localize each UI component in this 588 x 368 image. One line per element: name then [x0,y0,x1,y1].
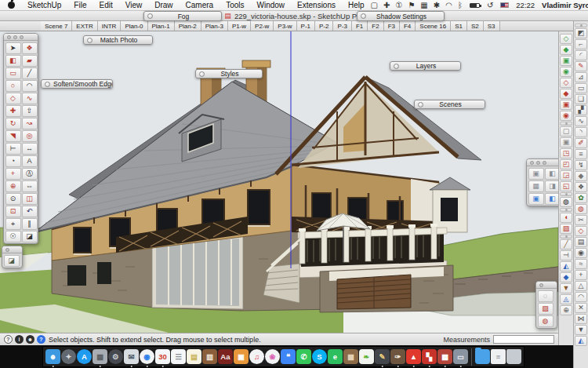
standard-views-palette[interactable]: ▣◧▦◨▣◧ [526,158,562,206]
section-plane-tool[interactable]: ◪ [22,231,38,242]
scene-tab[interactable]: S3 [484,21,500,31]
toolbar-icon[interactable]: ◆ [560,272,572,282]
polygon-tool[interactable]: ◇ [5,93,21,104]
dock-style-builder[interactable]: ▦ [437,349,452,364]
view-icon[interactable]: ▦ [528,180,544,192]
toolbar-icon[interactable]: ◍ [560,197,572,207]
text-tool[interactable]: A [22,155,38,167]
toolbar-icon[interactable]: ◳ [560,148,572,158]
scene-tab[interactable]: F4 [400,21,416,31]
toolbar-icon[interactable]: ◉ [575,248,587,258]
tool-icon[interactable]: ◍ [538,315,554,327]
toolbar-icon[interactable] [560,192,572,196]
bug-icon[interactable]: ✱ [434,2,440,9]
dock-app-store[interactable]: A [77,349,92,364]
collapse-button[interactable] [45,82,50,87]
menu-item[interactable]: Camera [180,1,220,9]
toolbar-icon[interactable]: ◇ [575,226,587,236]
menu-item[interactable]: Window [251,1,292,9]
match-photo-panel[interactable]: Match Photo [83,35,153,45]
scene-tab[interactable]: INTR [98,21,122,31]
position-camera-tool[interactable]: ⌖ [5,218,21,230]
document-proxy-icon[interactable]: ▤ [224,12,231,20]
tool-icon[interactable]: ◪ [4,255,20,267]
toolbar-icon[interactable]: ◆ [575,171,587,181]
collapse-button[interactable] [87,38,93,43]
view-icon[interactable]: ▣ [528,168,544,180]
menu-clock[interactable]: 22:22 [516,1,535,9]
dimension-tool[interactable]: ↔ [22,143,38,155]
collapse-button[interactable] [418,102,423,107]
layers-panel[interactable]: Layers [390,61,461,71]
toolbar-icon[interactable]: ◍ [575,204,587,214]
dock-photo-editor[interactable]: ✑ [390,349,405,364]
scene-tab[interactable]: P1-w [228,21,251,31]
styles-panel[interactable]: Styles [195,69,263,78]
menu-item[interactable]: Edit [93,1,118,9]
rotate-tool[interactable]: ↻ [5,118,21,129]
menu-item[interactable]: Tools [220,1,250,9]
toolbar-icon[interactable]: ◰ [560,159,572,169]
menu-item[interactable]: Help [342,1,371,9]
toolbar-icon[interactable] [560,208,572,212]
circle-tool[interactable]: ○ [5,80,21,92]
toolbar-icon[interactable]: ⊣ [560,250,572,261]
toolbar-icon[interactable]: ◭ [575,336,587,346]
collapse-button[interactable] [394,64,399,69]
toolbar-icon[interactable]: ╱ [560,239,572,250]
toolbar-icon[interactable]: ⋈ [575,314,587,324]
dock-trash[interactable] [506,349,521,364]
look-around-tool[interactable]: ☉ [5,231,21,242]
toolbar-icon[interactable] [560,122,572,126]
dock-folder[interactable] [475,349,490,364]
dock-system-preferences[interactable]: ⚙ [108,349,123,364]
scene-tab[interactable]: Plan-3 [201,21,228,31]
wifi-icon[interactable]: ◠ [445,2,452,9]
scene-tab[interactable]: P-1 [297,21,315,31]
paint-bucket-tool[interactable]: ◧ [5,55,21,67]
dock-pencil-app[interactable]: ✎ [375,349,390,364]
toolbar-icon[interactable]: ◇ [560,34,572,44]
toolbar-icon[interactable]: ◠ [575,292,587,302]
toolbar-icon[interactable]: ✿ [575,193,587,203]
soften-smooth-edges-panel[interactable]: Soften/Smooth Edges [41,79,113,89]
dock-mail[interactable]: ✉ [124,349,139,364]
dock-display-app[interactable]: ▦ [93,349,107,364]
time-machine-icon[interactable]: ↺ [487,2,493,9]
dock-sketchup[interactable]: ▲ [406,349,421,364]
scene-tab[interactable]: P-2 [315,21,333,31]
offset-tool[interactable]: ◎ [22,130,38,142]
scenes-panel[interactable]: Scenes [414,100,485,109]
logged-in-user[interactable]: Vladimir Syroezhkin [542,1,588,9]
scale-tool[interactable]: ◥ [5,130,21,142]
toolbar-icon[interactable]: ◉ [560,67,572,77]
palette-header[interactable] [527,159,561,166]
eraser-tool[interactable]: ▰ [22,55,38,67]
toolbar-icon[interactable]: ∿ [575,116,587,126]
scene-tab[interactable]: Plan-1 [148,21,175,31]
select-tool[interactable]: ➤ [5,42,21,54]
dock-safari[interactable]: ◉ [140,349,154,364]
large-tool-set-palette[interactable]: ➤❖◧▰▭╱○◠◇∿✚⇧↻↝◥◎⊢↔◔A+Ⓐ⊕⇔⊙◫⊡↶⌖∥☉◪ [3,33,38,244]
fog-panel[interactable]: Fog [143,11,222,21]
scene-tab[interactable]: Plan-2 [175,21,201,31]
dock-messages[interactable]: ❝ [281,349,296,364]
menu-item[interactable]: View [119,1,149,9]
dock-photos[interactable]: ❀ [265,349,280,364]
scene-tab[interactable]: F3 [384,21,400,31]
collapse-button[interactable] [199,71,205,77]
dock-contacts[interactable]: ▥ [202,349,217,364]
menu-item[interactable]: SketchUp [21,1,67,9]
toolbar-icon[interactable]: ◆ [560,45,572,55]
palette-header[interactable] [4,34,38,41]
toolbar-icon[interactable]: ▤ [575,237,587,247]
scene-tab[interactable]: P-3 [333,21,351,31]
dock-launchpad[interactable]: ✦ [61,349,76,364]
toolbar-icon[interactable]: ▣ [560,100,572,110]
bluetooth-icon[interactable]: ᛒ [458,2,463,9]
viewport-3d-model[interactable] [0,31,558,333]
toolbar-icon[interactable]: ▼ [560,283,572,293]
tape-measure-tool[interactable]: ⊢ [5,143,21,155]
toolbar-icon[interactable]: ◱ [560,181,572,191]
zoom-window-tool[interactable]: ◫ [22,193,38,205]
